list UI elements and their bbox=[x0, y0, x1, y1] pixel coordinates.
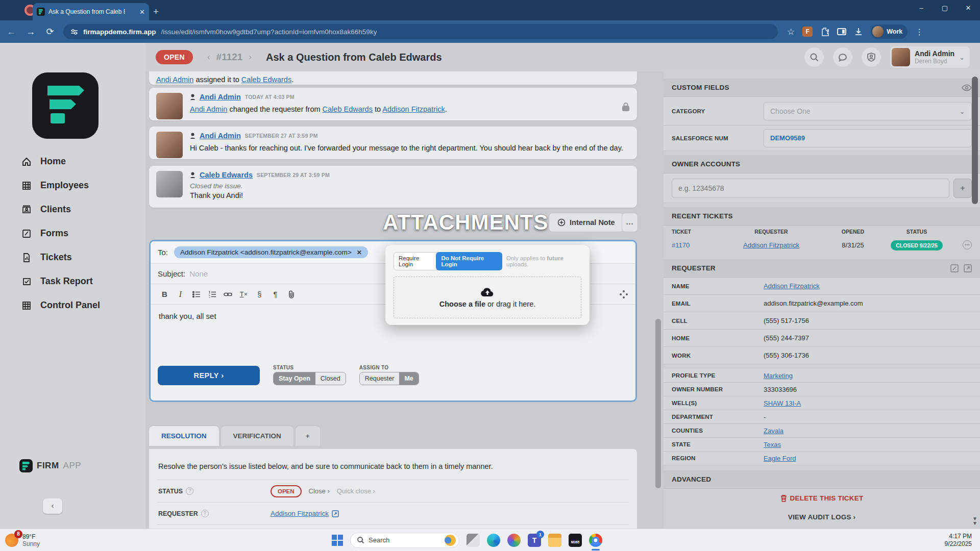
remove-recipient-icon[interactable]: ✕ bbox=[357, 249, 362, 256]
user-link[interactable]: Andi Admin bbox=[190, 105, 227, 113]
bookmark-star-icon[interactable]: ☆ bbox=[787, 27, 795, 37]
user-link[interactable]: Andi Admin bbox=[156, 76, 193, 84]
start-button[interactable] bbox=[332, 535, 343, 546]
extensions-puzzle-icon[interactable] bbox=[820, 27, 829, 36]
sidebar-collapse-button[interactable]: ‹ bbox=[43, 498, 62, 514]
window-close-icon[interactable]: ✕ bbox=[957, 0, 980, 17]
sidebar-item-control-panel[interactable]: Control Panel bbox=[21, 300, 100, 311]
requester-name-link[interactable]: Addison Fitzpatrick bbox=[764, 282, 820, 290]
chrome-icon[interactable] bbox=[589, 534, 602, 547]
taskbar-search[interactable]: Search bbox=[350, 533, 459, 548]
file-explorer-icon[interactable] bbox=[548, 534, 561, 547]
counties-link[interactable]: Zavala bbox=[764, 427, 783, 435]
closed-toggle[interactable]: Closed bbox=[315, 372, 346, 385]
drag-handle-icon[interactable] bbox=[619, 290, 628, 299]
message-author[interactable]: Andi Admin bbox=[200, 132, 241, 140]
back-icon[interactable]: ← bbox=[5, 27, 17, 37]
m365-copilot-icon[interactable]: M365 bbox=[569, 534, 582, 547]
require-login-toggle[interactable]: Require Login bbox=[394, 252, 437, 270]
messages-button[interactable] bbox=[833, 47, 852, 67]
tab-verification[interactable]: VERIFICATION bbox=[221, 426, 293, 446]
ticket-requester-link[interactable]: Addison Fitzpatrick bbox=[720, 241, 822, 249]
ticket-more-icon[interactable]: ••• bbox=[963, 240, 972, 249]
category-select[interactable]: Choose One ⌄ bbox=[764, 102, 972, 120]
panel-scrollbar[interactable] bbox=[972, 77, 978, 204]
user-link[interactable]: Addison Fitzpatrick bbox=[382, 105, 445, 113]
view-audit-logs-button[interactable]: VIEW AUDIT LOGS › bbox=[664, 508, 980, 527]
file-dropzone[interactable]: Choose a file or drag it here. bbox=[394, 277, 581, 318]
recent-ticket-row[interactable]: #1170 Addison Fitzpatrick 8/31/25 CLOSED… bbox=[664, 238, 980, 254]
italic-button[interactable]: I bbox=[174, 287, 187, 301]
sidebar-item-forms[interactable]: Forms bbox=[21, 228, 100, 239]
user-menu[interactable]: Andi Admin Deren Boyd ⌄ bbox=[890, 46, 970, 68]
forward-icon[interactable]: → bbox=[24, 27, 37, 37]
tab-add[interactable]: + bbox=[296, 426, 320, 446]
browser-profile-chip[interactable]: Work bbox=[871, 24, 908, 39]
edit-icon[interactable] bbox=[950, 264, 959, 272]
numbered-list-button[interactable] bbox=[205, 287, 219, 301]
ticket-link[interactable]: #1170 bbox=[672, 241, 690, 249]
window-maximize-icon[interactable]: ▢ bbox=[933, 0, 957, 17]
internal-note-button[interactable]: Internal Note bbox=[549, 213, 624, 232]
bullet-list-button[interactable] bbox=[189, 287, 203, 301]
region-link[interactable]: Eagle Ford bbox=[764, 455, 796, 462]
help-icon[interactable]: ? bbox=[201, 510, 209, 517]
teams-icon[interactable]: T1 bbox=[528, 534, 541, 547]
assign-me-toggle[interactable]: Me bbox=[399, 372, 418, 385]
state-link[interactable]: Texas bbox=[764, 441, 781, 448]
download-icon[interactable] bbox=[854, 27, 863, 36]
search-button[interactable] bbox=[804, 47, 824, 67]
recipient-chip[interactable]: Addison Fitzpatrick <addison.fitzpatrick… bbox=[174, 246, 368, 258]
assign-requester-toggle[interactable]: Requester bbox=[360, 372, 400, 385]
sidebar-item-tickets[interactable]: Tickets bbox=[21, 252, 100, 263]
owner-account-input[interactable] bbox=[672, 179, 949, 198]
account-button[interactable] bbox=[862, 47, 881, 67]
delete-ticket-button[interactable]: DELETE THIS TICKET bbox=[664, 489, 980, 508]
taskbar-weather[interactable]: 8 89°F Sunny bbox=[0, 533, 117, 547]
new-tab-icon[interactable]: + bbox=[153, 6, 159, 17]
taskbar-clock[interactable]: 4:17 PM 9/22/2025 bbox=[945, 533, 980, 548]
link-button[interactable] bbox=[221, 287, 235, 301]
tab-resolution[interactable]: RESOLUTION bbox=[149, 426, 219, 446]
firmapp-logo[interactable] bbox=[32, 72, 99, 139]
paragraph-button[interactable]: ¶ bbox=[268, 287, 282, 301]
subject-input[interactable]: None bbox=[189, 269, 208, 278]
url-bar[interactable]: firmappdemo.firm.app/issue/edit/ismfvm0h… bbox=[63, 24, 778, 39]
more-options-button[interactable]: ... bbox=[622, 213, 638, 232]
attach-file-button[interactable] bbox=[284, 287, 298, 301]
message-author[interactable]: Caleb Edwards bbox=[200, 171, 253, 179]
clear-format-button[interactable]: T✕ bbox=[237, 287, 251, 301]
wells-link[interactable]: SHAW 13I-A bbox=[764, 399, 801, 407]
reply-button[interactable]: REPLY › bbox=[158, 366, 260, 385]
prev-ticket-icon[interactable]: ‹ bbox=[207, 52, 210, 62]
message-author[interactable]: Andi Admin bbox=[200, 93, 241, 101]
window-minimize-icon[interactable]: – bbox=[910, 0, 933, 17]
add-owner-account-button[interactable]: + bbox=[953, 179, 972, 198]
reload-icon[interactable]: ⟳ bbox=[44, 26, 56, 37]
salesforce-input[interactable]: DEMO9589 bbox=[764, 129, 972, 147]
edge-icon[interactable] bbox=[487, 534, 500, 547]
sidebar-item-task-report[interactable]: Task Report bbox=[21, 276, 100, 287]
content-scrollbar[interactable] bbox=[655, 319, 661, 488]
close-action[interactable]: Close › bbox=[309, 487, 330, 495]
external-link-icon[interactable] bbox=[332, 510, 339, 517]
copilot-icon[interactable] bbox=[507, 534, 521, 547]
panel-scroll-arrows-icon[interactable]: ▼▼ bbox=[972, 516, 978, 525]
user-link[interactable]: Caleb Edwards bbox=[323, 105, 373, 113]
sidebar-item-employees[interactable]: Employees bbox=[21, 180, 100, 191]
browser-tab[interactable]: Ask a Question from Caleb Edw ✕ bbox=[33, 3, 149, 20]
quick-close-action[interactable]: Quick close › bbox=[337, 487, 375, 495]
extension-f-icon[interactable]: F bbox=[802, 27, 813, 37]
open-external-icon[interactable] bbox=[964, 264, 972, 272]
side-panel-icon[interactable] bbox=[837, 28, 846, 35]
stay-open-toggle[interactable]: Stay Open bbox=[274, 372, 315, 385]
sidebar-item-clients[interactable]: Clients bbox=[21, 204, 100, 215]
browser-menu-kebab-icon[interactable]: ⋮ bbox=[915, 27, 923, 37]
tab-close-icon[interactable]: ✕ bbox=[139, 8, 145, 16]
next-ticket-icon[interactable]: › bbox=[249, 52, 252, 62]
task-view-icon[interactable] bbox=[467, 534, 480, 547]
eye-icon[interactable] bbox=[962, 84, 972, 91]
no-require-login-toggle[interactable]: Do Not Require Login bbox=[436, 252, 502, 270]
user-link[interactable]: Caleb Edwards bbox=[241, 76, 291, 84]
sidebar-item-home[interactable]: Home bbox=[21, 156, 100, 167]
